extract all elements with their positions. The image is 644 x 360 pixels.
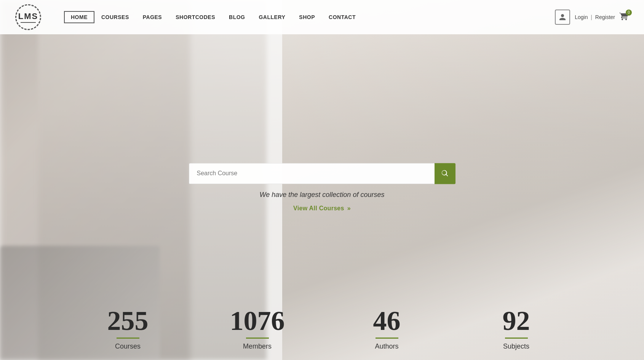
nav-item-shortcodes[interactable]: SHORTCODES [169, 11, 222, 23]
nav-right: Login | Register 0 [555, 10, 629, 25]
nav-link-shortcodes[interactable]: SHORTCODES [169, 11, 222, 23]
nav-auth: Login | Register [575, 14, 615, 20]
logo[interactable]: LMS [15, 4, 41, 30]
stat-courses-number: 255 [107, 307, 149, 334]
nav-item-courses[interactable]: COURSES [94, 11, 136, 23]
search-button[interactable] [435, 163, 455, 184]
stat-authors: 46 Authors [322, 299, 452, 360]
nav-link-contact[interactable]: CONTACT [322, 11, 363, 23]
nav-item-home[interactable]: HOME [64, 11, 94, 23]
stats-bar: 255 Courses 1076 Members 46 Authors 92 S… [0, 299, 644, 360]
nav-item-pages[interactable]: PAGES [136, 11, 169, 23]
logo-text: LMS [18, 11, 38, 21]
search-icon [441, 169, 449, 178]
logo-underline [21, 22, 36, 23]
stat-subjects-underline [505, 338, 528, 339]
search-input[interactable] [189, 163, 435, 184]
stat-authors-number: 46 [373, 307, 401, 334]
view-all-courses-link[interactable]: View All Courses » [293, 205, 351, 212]
stat-authors-label: Authors [375, 342, 398, 350]
nav-link-home[interactable]: HOME [64, 11, 94, 23]
view-all-arrow: » [347, 205, 351, 212]
stat-subjects: 92 Subjects [452, 299, 581, 360]
stat-authors-underline [376, 338, 398, 339]
navbar: LMS HOME COURSES PAGES SHORTCODES BLOG G… [0, 0, 644, 34]
nav-link-blog[interactable]: BLOG [222, 11, 252, 23]
stat-courses-underline [117, 338, 139, 339]
hero-subtitle: We have the largest collection of course… [189, 191, 455, 199]
nav-link-courses[interactable]: COURSES [94, 11, 136, 23]
view-all-label: View All Courses [293, 205, 344, 212]
nav-item-blog[interactable]: BLOG [222, 11, 252, 23]
auth-separator: | [591, 14, 592, 20]
stat-members-label: Members [243, 342, 272, 350]
stat-subjects-label: Subjects [503, 342, 529, 350]
hero-content: We have the largest collection of course… [189, 163, 455, 212]
nav-link-shop[interactable]: SHOP [292, 11, 322, 23]
cart-icon[interactable]: 0 [620, 12, 629, 23]
nav-item-shop[interactable]: SHOP [292, 11, 322, 23]
login-link[interactable]: Login [575, 14, 588, 20]
cart-badge: 0 [626, 10, 632, 16]
search-bar [189, 163, 455, 184]
nav-item-contact[interactable]: CONTACT [322, 11, 363, 23]
nav-link-pages[interactable]: PAGES [136, 11, 169, 23]
nav-links: HOME COURSES PAGES SHORTCODES BLOG GALLE… [64, 11, 555, 23]
stat-courses-label: Courses [115, 342, 141, 350]
stat-members-underline [246, 338, 269, 339]
logo-circle: LMS [15, 4, 41, 30]
user-icon [559, 13, 566, 21]
nav-link-gallery[interactable]: GALLERY [252, 11, 292, 23]
stat-courses: 255 Courses [63, 299, 193, 360]
nav-item-gallery[interactable]: GALLERY [252, 11, 292, 23]
stat-members: 1076 Members [193, 299, 322, 360]
register-link[interactable]: Register [595, 14, 615, 20]
stat-members-number: 1076 [230, 307, 285, 334]
stat-subjects-number: 92 [503, 307, 530, 334]
user-icon-button[interactable] [555, 10, 570, 25]
